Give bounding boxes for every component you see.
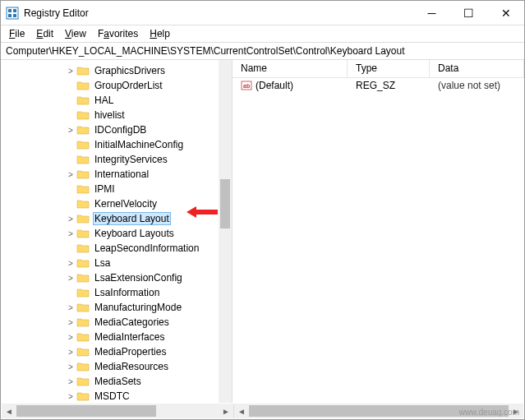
svg-rect-1: [8, 9, 12, 12]
column-header-data[interactable]: Data: [430, 60, 524, 77]
maximize-button[interactable]: ☐: [450, 1, 487, 25]
tree-item-label: MSDTC: [93, 390, 131, 402]
tree-item[interactable]: GroupOrderList: [1, 78, 232, 93]
tree-vertical-scrollbar[interactable]: [219, 60, 232, 403]
tree-item[interactable]: LeapSecondInformation: [1, 241, 232, 256]
menu-edit[interactable]: Edit: [31, 26, 58, 41]
folder-icon: [76, 302, 90, 313]
tree-item[interactable]: KernelVelocity: [1, 196, 232, 211]
tree-item-label: InitialMachineConfig: [93, 139, 185, 150]
tree-item-label: LsaInformation: [93, 287, 161, 298]
tree-item[interactable]: >MediaCategories: [1, 315, 232, 330]
scroll-right-icon[interactable]: ►: [219, 404, 233, 418]
tree-item[interactable]: >Keyboard Layout: [1, 211, 232, 226]
scroll-left-icon[interactable]: ◄: [234, 404, 249, 418]
tree-item[interactable]: >MediaInterfaces: [1, 330, 232, 344]
tree-item-label: MediaResources: [93, 361, 170, 372]
expand-icon[interactable]: >: [67, 67, 75, 76]
tree-item-label: MediaProperties: [93, 346, 168, 358]
expand-icon[interactable]: >: [67, 392, 75, 401]
tree-item[interactable]: InitialMachineConfig: [1, 137, 232, 152]
tree-item-label: GraphicsDrivers: [93, 65, 167, 76]
value-type: REG_SZ: [348, 80, 430, 91]
tree-item[interactable]: >LsaExtensionConfig: [1, 270, 232, 285]
column-headers: Name Type Data: [233, 60, 524, 78]
menu-file[interactable]: File: [4, 26, 30, 41]
folder-icon: [76, 80, 90, 91]
column-header-name[interactable]: Name: [233, 60, 348, 77]
folder-icon: [76, 316, 90, 328]
expand-icon[interactable]: >: [67, 333, 75, 342]
scrollbar-thumb[interactable]: [16, 405, 156, 417]
column-header-type[interactable]: Type: [348, 60, 430, 77]
expand-icon[interactable]: >: [67, 274, 75, 283]
menubar: File Edit View Favorites Help: [1, 25, 524, 42]
tree-item[interactable]: LsaInformation: [1, 285, 232, 300]
tree-item[interactable]: >Keyboard Layouts: [1, 226, 232, 241]
svg-rect-2: [13, 9, 16, 12]
folder-icon: [76, 346, 90, 358]
tree-item[interactable]: >IDConfigDB: [1, 122, 232, 137]
folder-icon: [76, 331, 90, 343]
expand-icon[interactable]: >: [67, 259, 75, 268]
tree-item[interactable]: >ManufacturingMode: [1, 300, 232, 315]
value-row[interactable]: ab(Default)REG_SZ(value not set): [233, 78, 524, 93]
tree-pane: >GraphicsDriversGroupOrderListHALhivelis…: [1, 60, 233, 403]
folder-icon: [76, 198, 90, 210]
expand-icon[interactable]: >: [67, 229, 75, 238]
tree-item[interactable]: >International: [1, 167, 232, 182]
tree-item[interactable]: >MediaSets: [1, 374, 232, 389]
menu-favorites[interactable]: Favorites: [93, 26, 143, 41]
folder-icon: [76, 183, 90, 195]
tree-item-label: IPMI: [93, 183, 117, 195]
tree-item[interactable]: >MediaResources: [1, 359, 232, 374]
tree-item[interactable]: IntegrityServices: [1, 152, 232, 167]
minimize-button[interactable]: ─: [413, 1, 450, 25]
expand-icon[interactable]: >: [67, 348, 75, 357]
svg-rect-4: [13, 14, 16, 17]
expand-icon[interactable]: >: [67, 303, 75, 312]
expand-icon[interactable]: >: [67, 126, 75, 135]
scrollbar-thumb[interactable]: [220, 179, 230, 228]
tree-item-label: Keyboard Layout: [93, 212, 171, 225]
tree-item-label: ManufacturingMode: [93, 302, 183, 313]
scroll-left-icon[interactable]: ◄: [2, 404, 16, 418]
tree-item-label: hivelist: [93, 109, 127, 121]
titlebar: Registry Editor ─ ☐ ✕: [1, 1, 524, 25]
menu-help[interactable]: Help: [145, 26, 175, 41]
expand-icon[interactable]: >: [67, 170, 75, 179]
close-button[interactable]: ✕: [487, 1, 524, 25]
tree-item-label: HAL: [93, 95, 115, 106]
expand-icon[interactable]: >: [67, 377, 75, 386]
tree-horizontal-scrollbar[interactable]: ◄ ►: [2, 404, 233, 418]
folder-icon: [76, 228, 90, 239]
expand-icon[interactable]: >: [67, 362, 75, 372]
tree-item-label: IntegrityServices: [93, 154, 169, 165]
expand-icon[interactable]: >: [67, 215, 75, 224]
address-bar[interactable]: Computer\HKEY_LOCAL_MACHINE\SYSTEM\Curre…: [1, 42, 524, 60]
folder-icon: [76, 124, 90, 136]
tree-item[interactable]: hivelist: [1, 108, 232, 122]
folder-icon: [76, 361, 90, 372]
tree-item[interactable]: HAL: [1, 93, 232, 108]
tree-item[interactable]: >MediaProperties: [1, 344, 232, 359]
tree-item[interactable]: IPMI: [1, 182, 232, 196]
menu-view[interactable]: View: [60, 26, 91, 41]
tree-item[interactable]: >GraphicsDrivers: [1, 63, 232, 78]
value-name: (Default): [256, 80, 293, 91]
tree-item[interactable]: >Lsa: [1, 256, 232, 270]
tree-item[interactable]: >MSDTC: [1, 389, 232, 403]
folder-icon: [76, 242, 90, 254]
folder-icon: [76, 213, 90, 224]
folder-icon: [76, 109, 90, 121]
tree-item-label: LeapSecondInformation: [93, 242, 200, 254]
folder-icon: [76, 168, 90, 180]
values-pane: Name Type Data ab(Default)REG_SZ(value n…: [233, 60, 524, 403]
watermark: www.deuaq.com: [459, 408, 519, 417]
string-value-icon: ab: [241, 80, 252, 91]
svg-text:ab: ab: [243, 83, 250, 89]
tree-item-label: MediaInterfaces: [93, 331, 166, 343]
expand-icon[interactable]: >: [67, 318, 75, 327]
folder-icon: [76, 65, 90, 76]
folder-icon: [76, 154, 90, 165]
